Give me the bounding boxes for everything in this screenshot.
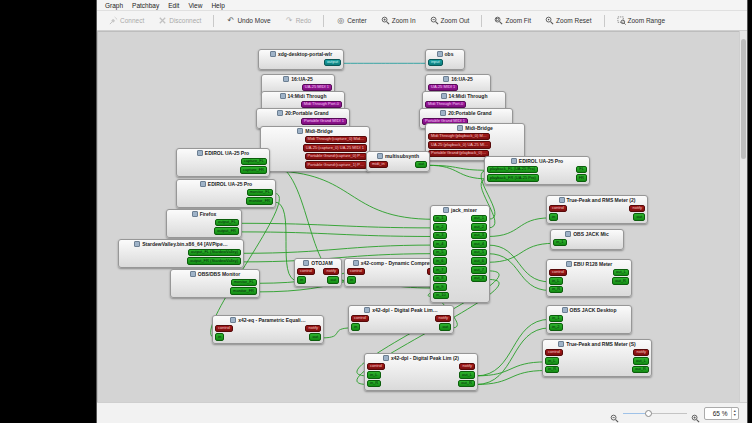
- port-audio-out-6[interactable]: out_6: [471, 257, 487, 265]
- port-video-input[interactable]: input: [428, 59, 443, 67]
- port-audio-in-1[interactable]: in_1: [433, 215, 447, 223]
- scrollbar-thumb[interactable]: [741, 39, 746, 159]
- port-audio-out[interactable]: out: [633, 213, 645, 221]
- port-midi-midi-through-playback-0-m[interactable]: Midi Through:(playback_0) M…: [428, 133, 490, 141]
- menu-view[interactable]: View: [184, 2, 206, 9]
- port-alsa-portable-grand-midi-1[interactable]: Portable Grand MIDI 1: [301, 118, 347, 126]
- graph-canvas[interactable]: xdg-desktop-portal-wlroutputobsinput16:U…: [97, 31, 739, 402]
- port-midi-portable-grand-playback-0[interactable]: Portable Grand:(playback_0)…: [428, 150, 489, 158]
- port-midi-control[interactable]: control: [545, 349, 563, 357]
- port-video-output[interactable]: output: [324, 59, 341, 67]
- menu-patchbay[interactable]: Patchbay: [128, 2, 163, 9]
- zoom-slider[interactable]: [623, 409, 687, 418]
- port-midi-portable-grand-capture-0-p[interactable]: Portable Grand:(capture_0) P…: [305, 153, 367, 161]
- port-alsa-midi-through-port-0[interactable]: Midi Through Port-0: [301, 101, 342, 109]
- port-audio-out-7[interactable]: out_7: [471, 266, 487, 274]
- port-audio-in-r[interactable]: in_R: [367, 380, 381, 388]
- port-audio-playback-fr-ua-25-pro[interactable]: playback_FR (UA-25 Pro): [487, 174, 539, 182]
- port-audio-in-l[interactable]: in_L: [549, 277, 563, 285]
- port-audio-in[interactable]: in: [347, 276, 356, 284]
- port-midi-notify[interactable]: notify: [305, 325, 321, 333]
- port-audio-in-r[interactable]: in_R: [545, 366, 559, 374]
- node-eq[interactable]: x42-eq - Parametric Equali…controlinnoti…: [212, 315, 324, 344]
- port-audio-out-r[interactable]: out_R: [632, 366, 649, 374]
- node-msynth[interactable]: multisubsynthmidi_inout: [366, 151, 430, 172]
- port-audio-in-7[interactable]: in_7: [433, 266, 447, 274]
- port-audio-out-r[interactable]: out_R: [612, 277, 629, 285]
- port-midi-notify[interactable]: notify: [323, 268, 339, 276]
- port-midi-portable-grand-capture-1-p[interactable]: Portable Grand:(capture_1) P…: [305, 161, 367, 169]
- node-obsmic[interactable]: OBS JACK Micin_1: [550, 229, 624, 250]
- port-audio-out[interactable]: out: [327, 276, 339, 284]
- port-audio-in-5[interactable]: in_5: [433, 249, 447, 257]
- port-midi-control[interactable]: control: [351, 315, 369, 323]
- node-firefox[interactable]: Firefoxoutput_FLoutput_FR: [166, 209, 242, 238]
- port-audio-out[interactable]: out: [415, 161, 427, 169]
- port-audio-in[interactable]: in: [297, 276, 306, 284]
- port-audio-capture-fr[interactable]: capture_FR: [240, 166, 267, 174]
- node-otojam[interactable]: OTOJAMcontrolinnotifyout: [294, 258, 342, 287]
- port-audio-out-l[interactable]: out_L: [459, 371, 475, 379]
- menu-edit[interactable]: Edit: [164, 2, 183, 9]
- zoom-percent-spinbox[interactable]: 65 % ▲▼: [704, 407, 739, 420]
- zoom-range-button[interactable]: Zoom Range: [611, 14, 672, 27]
- node-edirol_r[interactable]: EDIROL UA-25 Proplayback_FL (UA-25 Pro)p…: [484, 156, 590, 185]
- port-audio-in-2[interactable]: in_2: [549, 323, 563, 331]
- zoom-reset-button[interactable]: Zoom Reset: [539, 14, 597, 27]
- port-audio-output-fr-stardewvalley[interactable]: output_FR (StardewValley): [187, 257, 241, 265]
- menu-help[interactable]: Help: [207, 2, 228, 9]
- port-audio-in-3[interactable]: in_3: [433, 232, 447, 240]
- node-obsmon[interactable]: OBS/DBS Monitormonitor_FLmonitor_FR: [170, 269, 260, 298]
- vertical-scrollbar[interactable]: [739, 31, 747, 402]
- port-audio-out-2[interactable]: out_2: [471, 223, 487, 231]
- redo-button[interactable]: ↷Redo: [279, 14, 318, 27]
- menu-graph[interactable]: Graph: [101, 2, 127, 9]
- port-audio-in-10[interactable]: in_10: [433, 292, 449, 300]
- node-obs[interactable]: obsinput: [425, 49, 465, 70]
- node-obsdesk[interactable]: OBS JACK Desktopin_1in_2: [546, 305, 632, 334]
- disconnect-button[interactable]: Disconnect: [152, 14, 207, 27]
- port-audio-capture-fl[interactable]: capture_FL: [241, 158, 267, 166]
- port-midi-notify[interactable]: notify: [459, 363, 475, 371]
- port-audio-output-fr[interactable]: output_FR: [214, 227, 239, 235]
- node-edirol1[interactable]: EDIROL UA-25 Procapture_FLcapture_FR: [176, 148, 270, 177]
- port-audio-in-l[interactable]: in_L: [367, 371, 381, 379]
- port-midi-ua-25-capture-0-ua-25-midi-1[interactable]: UA-25:(capture_0) UA-25 MIDI 1: [303, 144, 367, 152]
- port-audio-out-8[interactable]: out_8: [471, 275, 487, 283]
- port-midi-midi-through-capture-0-mid[interactable]: Midi Through:(capture_0) Mid…: [305, 136, 367, 144]
- port-alsa-ua-25-midi-1[interactable]: UA-25 MIDI 1: [302, 84, 332, 92]
- port-audio-in[interactable]: in: [351, 323, 360, 331]
- zoom-fit-button[interactable]: Zoom Fit: [488, 14, 537, 27]
- node-mbridge_l[interactable]: Midi-BridgeMidi Through:(capture_0) Mid……: [260, 126, 370, 172]
- port-audio-in-r[interactable]: in_R: [549, 286, 563, 294]
- port-midi-control[interactable]: control: [347, 268, 365, 276]
- port-midi-notify[interactable]: notify: [435, 315, 451, 323]
- port-audio-in-1[interactable]: in_1: [553, 239, 567, 247]
- node-tpm2[interactable]: True-Peak and RMS Meter (S)controlin_Lin…: [542, 339, 652, 377]
- port-midi-notify[interactable]: notify: [633, 349, 649, 357]
- port-audio-monitor-fl[interactable]: monitor_FL: [231, 279, 257, 287]
- port-audio-out[interactable]: out: [309, 333, 321, 341]
- spinbox-arrows[interactable]: ▲▼: [731, 408, 738, 419]
- port-audio-in-6[interactable]: in_6: [433, 257, 447, 265]
- node-dpl2[interactable]: x42-dpl - Digital Peak Lim (2)controlin_…: [364, 353, 478, 391]
- port-audio-in[interactable]: in: [215, 333, 224, 341]
- port-audio-in-2[interactable]: in_2: [433, 223, 447, 231]
- port-audio-in-4[interactable]: in_4: [433, 240, 447, 248]
- port-audio-out-5[interactable]: out_5: [471, 249, 487, 257]
- node-portal[interactable]: xdg-desktop-portal-wlroutput: [258, 49, 344, 70]
- port-alsa-midi-through-port-0[interactable]: Midi Through Port-0: [425, 101, 466, 109]
- node-edirol2[interactable]: EDIROL UA-25 Promonitor_FLmonitor_FR: [176, 179, 276, 208]
- port-audio-in-1[interactable]: in_1: [549, 315, 563, 323]
- node-ebu[interactable]: EBU R128 Metercontrolin_Lin_Rout_Lout_R: [546, 259, 632, 297]
- port-audio-out-4[interactable]: out_4: [471, 240, 487, 248]
- port-audio-out-1[interactable]: out_1: [471, 215, 487, 223]
- port-audio-monitor-fr[interactable]: monitor_FR: [246, 197, 273, 205]
- port-audio-out-l[interactable]: out_L: [613, 269, 629, 277]
- node-stardew[interactable]: StardewValley.bin.x86_64 [AVPipe…output_…: [118, 239, 244, 268]
- port-midi-control[interactable]: control: [297, 268, 315, 276]
- port-audio-fr[interactable]: FR: [576, 174, 587, 182]
- port-audio-out[interactable]: out: [439, 323, 451, 331]
- port-audio-in-9[interactable]: in_9: [433, 283, 447, 291]
- connect-button[interactable]: Connect: [103, 14, 150, 27]
